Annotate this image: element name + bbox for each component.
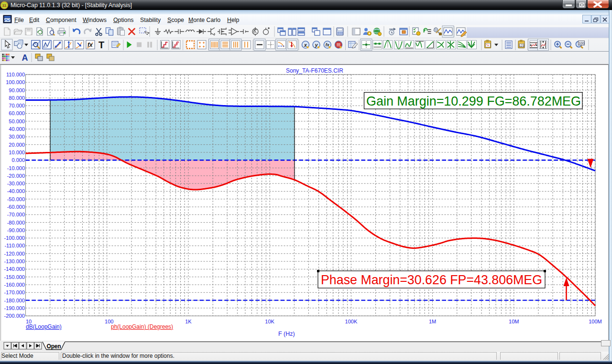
- svg-text:T: T: [98, 40, 104, 50]
- svg-text:A: A: [22, 53, 28, 63]
- svg-text:100: 100: [579, 42, 584, 45]
- svg-text:123: 123: [519, 44, 525, 47]
- svg-text:11: 11: [2, 3, 7, 8]
- svg-text:fx: fx: [87, 42, 93, 48]
